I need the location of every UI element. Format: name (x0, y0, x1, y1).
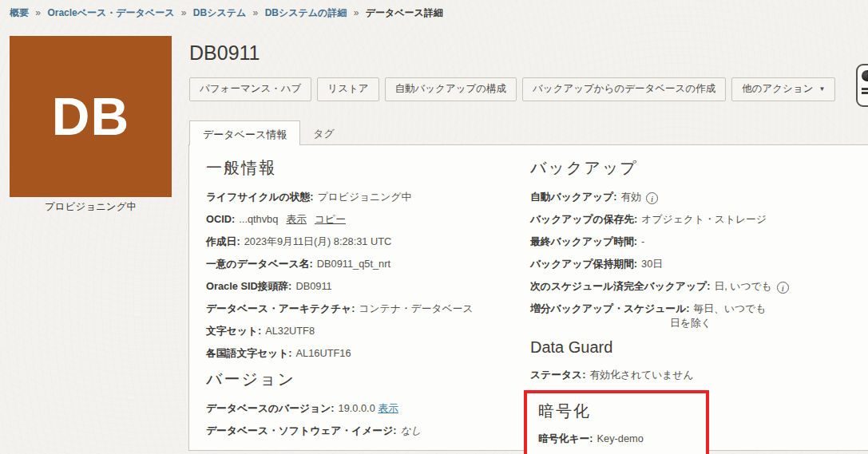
version-heading: バージョン (206, 369, 517, 390)
breadcrumb-separator: » (181, 7, 187, 18)
oci-database-details-page: 概要 » Oracleベース・データベース » DBシステム » DBシステムの… (0, 0, 868, 454)
field-ocid: OCID:...qthvbq表示コピー (206, 212, 517, 227)
menu-lines-icon (862, 88, 868, 90)
backup-heading: バックアップ (530, 157, 868, 179)
field-db-software-image: データベース・ソフトウェア・イメージ:なし (206, 424, 517, 438)
field-next-scheduled-full-backup: 次のスケジュール済完全バックアップ:日, いつでもi (530, 279, 868, 294)
field-db-architecture: データベース・アーキテクチャ:コンテナ・データベース (206, 302, 517, 316)
floating-panel-toggle[interactable] (856, 64, 868, 107)
menu-lines-icon (862, 92, 868, 94)
data-guard-heading: Data Guard (530, 338, 868, 357)
performance-hub-button[interactable]: パフォーマンス・ハブ (189, 77, 311, 101)
db-avatar: DB (10, 36, 172, 197)
breadcrumb-separator: » (35, 7, 41, 18)
breadcrumb-oracle-base-database[interactable]: Oracleベース・データベース (47, 7, 174, 18)
field-data-guard-status: ステータス:有効化されていません (530, 368, 868, 382)
db-avatar-label: DB (52, 86, 129, 147)
field-lifecycle-state: ライフサイクルの状態:プロビジョニング中 (206, 190, 517, 204)
breadcrumb-db-systems[interactable]: DBシステム (193, 7, 246, 18)
field-charset: 文字セット:AL32UTF8 (206, 324, 517, 338)
breadcrumb: 概要 » Oracleベース・データベース » DBシステム » DBシステムの… (10, 6, 443, 20)
ocid-show-link[interactable]: 表示 (286, 213, 307, 225)
field-unique-db-name: 一意のデータベース名:DB0911_q5t_nrt (206, 257, 517, 271)
left-column: 一般情報 ライフサイクルの状態:プロビジョニング中 OCID:...qthvbq… (206, 157, 517, 446)
general-info-heading: 一般情報 (206, 157, 517, 179)
configure-auto-backup-button[interactable]: 自動バックアップの構成 (385, 77, 517, 101)
encryption-highlight-box: 暗号化 暗号化キー:Key-demo 暗号化キーOCID:Key-demo (524, 390, 709, 454)
tab-database-information[interactable]: データベース情報 (189, 120, 300, 145)
field-db-version: データベースのバージョン:19.0.0.0 表示 (206, 401, 517, 416)
globe-icon (862, 70, 868, 81)
field-sid-prefix: Oracle SID接頭辞:DB0911 (206, 279, 517, 294)
version-show-link[interactable]: 表示 (378, 402, 398, 414)
breadcrumb-separator: » (354, 7, 359, 18)
info-icon[interactable]: i (777, 282, 789, 294)
field-auto-backup: 自動バックアップ:有効i (530, 190, 868, 204)
restore-button[interactable]: リストア (317, 77, 379, 101)
breadcrumb-overview[interactable]: 概要 (10, 7, 29, 18)
field-created-date: 作成日:2023年9月11日(月) 8:28:31 UTC (206, 235, 517, 249)
tab-bar: データベース情報 タグ (189, 120, 347, 148)
right-column: バックアップ 自動バックアップ:有効i バックアップの保存先:オブジェクト・スト… (530, 157, 868, 454)
provisioning-status-caption: プロビジョニング中 (10, 200, 172, 214)
breadcrumb-db-system-details[interactable]: DBシステムの詳細 (265, 7, 347, 18)
chevron-down-icon: ▼ (818, 85, 825, 93)
field-national-charset: 各国語文字セット:AL16UTF16 (206, 346, 517, 361)
incremental-schedule-line2: 日を除く (670, 316, 868, 330)
more-actions-button[interactable]: 他のアクション▼ (731, 77, 835, 101)
field-encryption-key: 暗号化キー:Key-demo (538, 432, 706, 446)
field-last-backup-time: 最終バックアップ時間:- (530, 235, 868, 249)
tab-tags[interactable]: タグ (300, 120, 347, 148)
field-incremental-backup-schedule: 増分バックアップ・スケジュール:毎日、いつでも 日を除く (530, 302, 868, 330)
page-title: DB0911 (189, 41, 260, 65)
ocid-copy-link[interactable]: コピー (315, 213, 346, 225)
database-information-panel: 一般情報 ライフサイクルの状態:プロビジョニング中 OCID:...qthvbq… (188, 144, 868, 451)
breadcrumb-separator: » (253, 7, 259, 18)
encryption-heading: 暗号化 (538, 401, 706, 422)
more-actions-label: 他のアクション (742, 83, 813, 94)
field-backup-retention: バックアップ保持期間:30日 (530, 257, 868, 271)
info-icon[interactable]: i (646, 192, 658, 204)
breadcrumb-current: データベース詳細 (366, 7, 443, 18)
action-buttons-row: パフォーマンス・ハブ リストア 自動バックアップの構成 バックアップからのデータ… (189, 77, 835, 101)
create-db-from-backup-button[interactable]: バックアップからのデータベースの作成 (522, 77, 726, 101)
field-backup-destination: バックアップの保存先:オブジェクト・ストレージ (530, 212, 868, 227)
